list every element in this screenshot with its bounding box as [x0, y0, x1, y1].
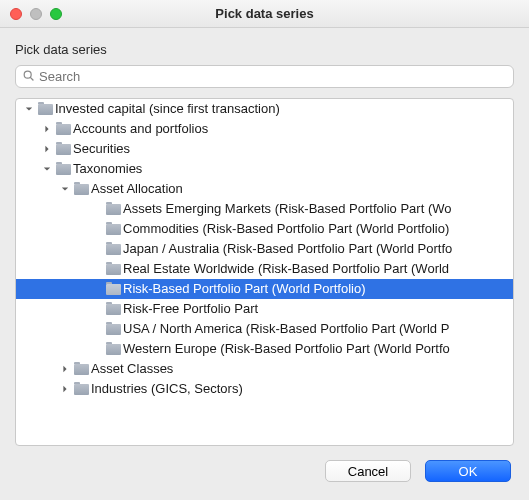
disclosure-right-icon[interactable] — [40, 125, 54, 133]
folder-icon — [54, 144, 72, 155]
folder-icon — [104, 244, 122, 255]
tree-row[interactable]: Taxonomies — [16, 159, 513, 179]
tree-row-label: Assets Emerging Markets (Risk-Based Port… — [122, 199, 451, 219]
tree-row-label: Risk-Free Portfolio Part — [122, 299, 258, 319]
dialog-body: Pick data series Invested capital (since… — [0, 28, 529, 446]
tree-row-label: Asset Allocation — [90, 179, 183, 199]
tree-row-label: Real Estate Worldwide (Risk-Based Portfo… — [122, 259, 449, 279]
folder-icon — [104, 224, 122, 235]
tree-view[interactable]: Invested capital (since first transactio… — [15, 98, 514, 446]
tree-row-label: Invested capital (since first transactio… — [54, 99, 280, 119]
button-bar: Cancel OK — [0, 446, 529, 496]
tree-row-label: Risk-Based Portfolio Part (World Portfol… — [122, 279, 366, 299]
tree-row[interactable]: Asset Classes — [16, 359, 513, 379]
tree-row[interactable]: Western Europe (Risk-Based Portfolio Par… — [16, 339, 513, 359]
svg-line-1 — [30, 77, 33, 80]
tree-row-label: Industries (GICS, Sectors) — [90, 379, 243, 399]
folder-icon — [36, 104, 54, 115]
tree-row[interactable]: Invested capital (since first transactio… — [16, 99, 513, 119]
disclosure-right-icon[interactable] — [58, 365, 72, 373]
disclosure-down-icon[interactable] — [40, 165, 54, 173]
tree-row[interactable]: USA / North America (Risk-Based Portfoli… — [16, 319, 513, 339]
search-input[interactable] — [35, 69, 507, 84]
search-field[interactable] — [15, 65, 514, 88]
folder-icon — [104, 204, 122, 215]
folder-icon — [72, 364, 90, 375]
tree-row[interactable]: Commodities (Risk-Based Portfolio Part (… — [16, 219, 513, 239]
window-title: Pick data series — [0, 6, 529, 21]
folder-icon — [104, 344, 122, 355]
cancel-button[interactable]: Cancel — [325, 460, 411, 482]
disclosure-down-icon[interactable] — [58, 185, 72, 193]
tree-row[interactable]: Asset Allocation — [16, 179, 513, 199]
tree-row[interactable]: Real Estate Worldwide (Risk-Based Portfo… — [16, 259, 513, 279]
tree-row-label: Commodities (Risk-Based Portfolio Part (… — [122, 219, 449, 239]
tree-row[interactable]: Risk-Based Portfolio Part (World Portfol… — [16, 279, 513, 299]
tree-row[interactable]: Risk-Free Portfolio Part — [16, 299, 513, 319]
search-icon — [22, 69, 35, 85]
titlebar: Pick data series — [0, 0, 529, 28]
folder-icon — [104, 264, 122, 275]
folder-icon — [72, 184, 90, 195]
folder-icon — [104, 324, 122, 335]
folder-icon — [54, 124, 72, 135]
folder-icon — [72, 384, 90, 395]
tree-row-label: Western Europe (Risk-Based Portfolio Par… — [122, 339, 450, 359]
disclosure-right-icon[interactable] — [58, 385, 72, 393]
folder-icon — [104, 304, 122, 315]
folder-icon — [104, 284, 122, 295]
ok-button[interactable]: OK — [425, 460, 511, 482]
tree-row-label: Japan / Australia (Risk-Based Portfolio … — [122, 239, 452, 259]
window-controls — [0, 8, 62, 20]
tree-row-label: Taxonomies — [72, 159, 142, 179]
tree-row-label: USA / North America (Risk-Based Portfoli… — [122, 319, 449, 339]
zoom-icon[interactable] — [50, 8, 62, 20]
disclosure-right-icon[interactable] — [40, 145, 54, 153]
tree-row[interactable]: Securities — [16, 139, 513, 159]
folder-icon — [54, 164, 72, 175]
tree-row[interactable]: Assets Emerging Markets (Risk-Based Port… — [16, 199, 513, 219]
section-label: Pick data series — [15, 42, 514, 57]
tree-row[interactable]: Industries (GICS, Sectors) — [16, 379, 513, 399]
tree-row[interactable]: Japan / Australia (Risk-Based Portfolio … — [16, 239, 513, 259]
tree-row-label: Asset Classes — [90, 359, 173, 379]
tree-row-label: Accounts and portfolios — [72, 119, 208, 139]
tree-row-label: Securities — [72, 139, 130, 159]
tree-row[interactable]: Accounts and portfolios — [16, 119, 513, 139]
close-icon[interactable] — [10, 8, 22, 20]
minimize-icon[interactable] — [30, 8, 42, 20]
disclosure-down-icon[interactable] — [22, 105, 36, 113]
